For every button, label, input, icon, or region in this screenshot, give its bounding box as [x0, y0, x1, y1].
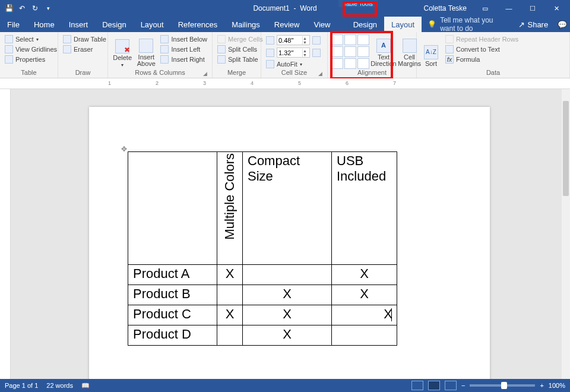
page[interactable]: ✥ Multiple Colors Compact Size USB Inclu… [89, 107, 490, 379]
convert-to-text-button[interactable]: Convert to Text [444, 45, 520, 54]
align-mc-icon[interactable] [344, 46, 356, 57]
comments-icon[interactable]: 💬 [554, 17, 570, 32]
eraser-button[interactable]: Eraser [62, 45, 107, 54]
account-name[interactable]: Coletta Teske [418, 4, 473, 12]
tab-review[interactable]: Review [267, 17, 307, 32]
table-cell[interactable]: X [217, 305, 243, 325]
tab-design[interactable]: Design [95, 17, 133, 32]
distribute-rows-icon[interactable] [312, 36, 321, 45]
align-mr-icon[interactable] [357, 46, 369, 57]
spellcheck-icon[interactable]: 📖 [81, 382, 90, 390]
properties-button[interactable]: Properties [4, 55, 58, 64]
table-cell[interactable]: X [243, 305, 332, 325]
align-tl-icon[interactable] [331, 34, 343, 45]
delete-icon: ✖ [115, 39, 129, 53]
minimize-icon[interactable]: — [498, 0, 520, 17]
redo-icon[interactable]: ↻ [30, 3, 40, 14]
horizontal-ruler[interactable]: 1234567 [0, 78, 570, 89]
table-cell[interactable]: X [332, 285, 397, 305]
table-cell[interactable] [332, 325, 397, 346]
split-table-button[interactable]: Split Table [216, 55, 264, 64]
table-cell[interactable]: X [332, 305, 397, 325]
document-table[interactable]: Multiple Colors Compact Size USB Include… [128, 151, 397, 346]
align-bc-icon[interactable] [344, 58, 356, 69]
table-cell[interactable]: Product D [128, 325, 217, 346]
table-cell[interactable]: X [243, 325, 332, 346]
align-ml-icon[interactable] [331, 46, 343, 57]
sort-button[interactable]: A↓ZSort [420, 34, 442, 68]
zoom-slider[interactable] [470, 384, 535, 387]
document-area[interactable]: ✥ Multiple Colors Compact Size USB Inclu… [0, 89, 562, 379]
distribute-cols-icon[interactable] [312, 49, 321, 57]
table-cell[interactable]: Product C [128, 305, 217, 325]
formula-button[interactable]: fxFormula [444, 55, 520, 64]
table-cell[interactable]: USB Included [332, 152, 397, 265]
table-row[interactable]: Product A X X [128, 265, 397, 285]
insert-left-button[interactable]: Insert Left [159, 45, 208, 54]
qat-customize-icon[interactable]: ▾ [43, 3, 53, 14]
save-icon[interactable]: 💾 [4, 3, 14, 14]
alignment-grid[interactable] [331, 34, 369, 69]
delete-button[interactable]: ✖Delete▾ [112, 34, 133, 68]
insert-right-button[interactable]: Insert Right [159, 55, 208, 64]
maximize-icon[interactable]: ☐ [521, 0, 544, 17]
column-width-field[interactable]: ▲▼ [265, 47, 322, 58]
align-tc-icon[interactable] [344, 34, 356, 45]
table-cell[interactable] [128, 152, 217, 265]
table-row[interactable]: Product B X X [128, 285, 397, 305]
autofit-button[interactable]: AutoFit ▾ [265, 59, 322, 69]
row-height-field[interactable]: ▲▼ [265, 34, 322, 46]
zoom-out-icon[interactable]: − [461, 382, 465, 389]
view-gridlines-button[interactable]: View Gridlines [4, 45, 58, 54]
align-bl-icon[interactable] [331, 58, 343, 69]
table-cell[interactable] [217, 285, 243, 305]
select-button[interactable]: Select ▾ [4, 34, 58, 44]
draw-table-button[interactable]: Draw Table [62, 34, 107, 44]
table-cell[interactable]: X [243, 285, 332, 305]
table-cell[interactable]: Compact Size [243, 152, 332, 265]
tab-view[interactable]: View [306, 17, 337, 32]
align-br-icon[interactable] [357, 58, 369, 69]
vertical-ruler[interactable] [0, 89, 11, 379]
tell-me-search[interactable]: 💡 Tell me what you want to do [422, 17, 512, 32]
vertical-scrollbar[interactable] [562, 89, 570, 379]
table-cell[interactable]: X [332, 265, 397, 285]
tab-layout[interactable]: Layout [134, 17, 171, 32]
zoom-in-icon[interactable]: + [540, 382, 543, 389]
table-cell[interactable]: Product A [128, 265, 217, 285]
insert-above-button[interactable]: Insert Above [135, 34, 157, 68]
dialog-launcher-icon[interactable]: ◢ [202, 71, 208, 77]
word-count[interactable]: 22 words [46, 382, 73, 389]
split-cells-button[interactable]: Split Cells [216, 45, 264, 54]
scrollbar-thumb[interactable] [563, 101, 569, 196]
table-row[interactable]: Product D X [128, 325, 397, 346]
ribbon-display-icon[interactable]: ▭ [474, 0, 496, 17]
table-cell[interactable] [217, 325, 243, 346]
web-layout-icon[interactable] [445, 381, 457, 390]
insert-below-button[interactable]: Insert Below [159, 34, 208, 44]
text-direction-button[interactable]: AText Direction [372, 34, 395, 68]
tab-table-layout[interactable]: Layout [384, 17, 422, 32]
table-row[interactable]: Multiple Colors Compact Size USB Include… [128, 152, 397, 265]
tab-table-design[interactable]: Design [346, 17, 384, 32]
tab-references[interactable]: References [171, 17, 224, 32]
table-cell[interactable]: Product B [128, 285, 217, 305]
table-row[interactable]: Product C X X X [128, 305, 397, 325]
tab-mailings[interactable]: Mailings [224, 17, 267, 32]
table-cell[interactable]: X [217, 265, 243, 285]
share-button[interactable]: ↗ Share [512, 17, 554, 32]
tab-home[interactable]: Home [27, 17, 62, 32]
undo-icon[interactable]: ↶ [17, 3, 27, 14]
dialog-launcher-icon[interactable]: ◢ [317, 71, 323, 77]
align-tr-icon[interactable] [357, 34, 369, 45]
table-anchor-icon[interactable]: ✥ [121, 145, 127, 153]
read-mode-icon[interactable] [411, 381, 423, 390]
table-cell[interactable] [243, 265, 332, 285]
table-cell[interactable]: Multiple Colors [217, 152, 243, 265]
zoom-level[interactable]: 100% [549, 382, 565, 389]
print-layout-icon[interactable] [428, 381, 440, 390]
close-icon[interactable]: ✕ [545, 0, 568, 17]
tab-file[interactable]: File [0, 17, 27, 32]
page-indicator[interactable]: Page 1 of 1 [5, 382, 38, 389]
tab-insert[interactable]: Insert [62, 17, 96, 32]
